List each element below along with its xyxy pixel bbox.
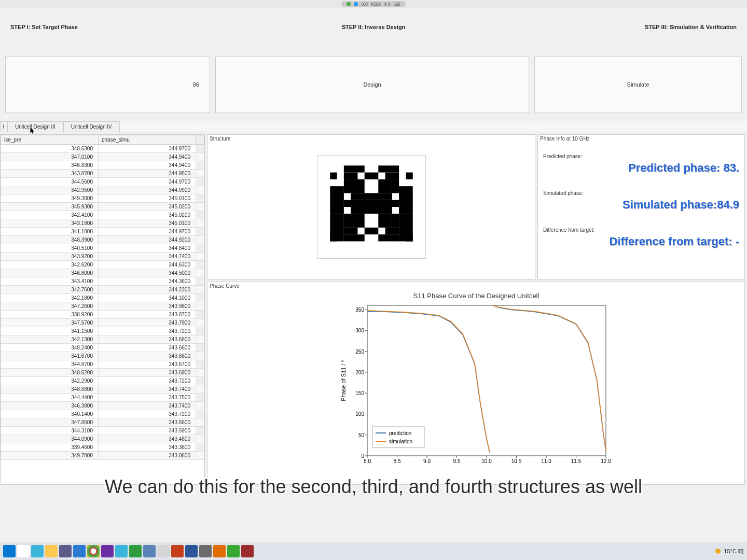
cell-phase-pre: 344.0900 (1, 435, 99, 443)
svg-rect-1 (330, 173, 337, 179)
cell-phase-pre: 347.2600 (1, 302, 99, 311)
cell-scroll-gutter (196, 452, 204, 460)
svg-rect-17 (351, 214, 365, 228)
perf-net: 0.0 (361, 2, 368, 7)
table-row[interactable]: 342.7600344.2300 (1, 286, 204, 294)
table-row[interactable]: 340.1400343.7200 (1, 410, 204, 418)
notes-icon[interactable] (157, 545, 170, 557)
word-icon[interactable] (185, 545, 198, 557)
predicted-label: Predicted phase: (543, 153, 739, 159)
cell-phase-pre: 342.1300 (1, 335, 99, 344)
edge-icon[interactable] (31, 545, 44, 557)
cell-phase-pre: 344.3100 (1, 427, 99, 435)
cell-phase-simu: 344.2300 (99, 286, 196, 294)
table-row[interactable]: 342.9500344.9900 (1, 186, 204, 194)
table-row[interactable]: 343.9200344.7400 (1, 253, 204, 261)
table-row[interactable]: 346.3800343.7400 (1, 402, 204, 410)
step-2-label: STEP II: Inverse Design (253, 24, 495, 30)
table-row[interactable]: 346.8300344.9400 (1, 161, 204, 170)
table-row[interactable]: 339.4600343.3600 (1, 443, 204, 452)
table-row[interactable]: 342.6200344.6300 (1, 261, 204, 269)
taskview-icon[interactable] (17, 545, 30, 557)
table-row[interactable]: 348.2400343.6600 (1, 344, 204, 352)
cell-phase-pre: 348.6300 (1, 145, 99, 153)
start-icon[interactable] (3, 545, 16, 557)
cell-scroll-gutter (196, 186, 204, 194)
svg-rect-11 (392, 179, 398, 193)
simulated-value: Simulated phase:84.9 (543, 198, 739, 212)
data-table-panel: ise_pre phase_simu 348.6300344.9700347.0… (0, 134, 205, 485)
table-row[interactable]: 340.5100344.8400 (1, 244, 204, 253)
table-row[interactable]: 349.3000345.0100 (1, 194, 204, 203)
tab-unitcell-i[interactable]: I (0, 121, 7, 132)
powerpoint-icon[interactable] (171, 545, 184, 557)
cell-phase-simu: 345.0200 (99, 203, 196, 211)
table-row[interactable]: 342.4100345.0200 (1, 211, 204, 219)
svg-rect-6 (385, 173, 399, 179)
cell-scroll-gutter (196, 410, 204, 418)
design-button[interactable]: Design (215, 56, 529, 113)
store-icon[interactable] (59, 545, 72, 557)
table-row[interactable]: 348.6300344.9700 (1, 145, 204, 153)
taskbar-right[interactable]: 15°C 晴 (715, 548, 744, 555)
table-row[interactable]: 347.8600343.6600 (1, 418, 204, 427)
data-table: ise_pre phase_simu 348.6300344.9700347.0… (1, 135, 204, 460)
table-row[interactable]: 344.5600344.9700 (1, 178, 204, 186)
app-m-icon[interactable] (199, 545, 212, 557)
phase-info-label: Phase Info at 10 GHz (540, 136, 590, 142)
table-row[interactable]: 347.0100344.9400 (1, 153, 204, 161)
cell-phase-pre: 342.2900 (1, 377, 99, 385)
table-row[interactable]: 344.0900343.4800 (1, 435, 204, 443)
table-row[interactable]: 347.5700343.7900 (1, 319, 204, 327)
matlab-icon[interactable] (213, 545, 226, 557)
cell-phase-pre: 342.9500 (1, 186, 99, 194)
pycharm-icon[interactable] (129, 545, 142, 557)
app-g-icon[interactable] (101, 545, 114, 557)
explorer-icon[interactable] (45, 545, 58, 557)
browser2-icon[interactable] (115, 545, 128, 557)
table-row[interactable]: 341.6700343.6600 (1, 352, 204, 360)
data-table-scroll[interactable]: ise_pre phase_simu 348.6300344.9700347.0… (1, 135, 204, 484)
cell-phase-pre: 348.6800 (1, 385, 99, 394)
cell-scroll-gutter (196, 335, 204, 344)
svg-text:8.0: 8.0 (364, 458, 371, 464)
cell-phase-simu: 345.0100 (99, 194, 196, 203)
table-row[interactable]: 344.3100343.5900 (1, 427, 204, 435)
table-row[interactable]: 344.8700343.6700 (1, 360, 204, 369)
table-row[interactable]: 343.1800345.0100 (1, 219, 204, 228)
tab-unitcell-iii[interactable]: Unitcell Design III (7, 121, 63, 132)
table-row[interactable]: 342.1300343.6800 (1, 335, 204, 344)
table-row[interactable]: 343.4100344.3600 (1, 277, 204, 286)
table-row[interactable]: 345.9300345.0200 (1, 203, 204, 211)
table-row[interactable]: 344.4400343.7500 (1, 394, 204, 402)
cell-phase-pre: 342.6200 (1, 261, 99, 269)
svg-text:prediction: prediction (389, 430, 411, 436)
taskbar[interactable]: 15°C 晴 (0, 542, 747, 560)
table-row[interactable]: 349.7800343.0600 (1, 452, 204, 460)
tab-unitcell-iv[interactable]: Unitcell Design IV (63, 121, 120, 132)
cell-scroll-gutter (196, 294, 204, 302)
table-row[interactable]: 347.2600343.9800 (1, 302, 204, 311)
cell-scroll-gutter (196, 385, 204, 394)
cell-scroll-gutter (196, 352, 204, 360)
wechat-icon[interactable] (227, 545, 240, 557)
chrome-icon[interactable] (87, 545, 100, 557)
table-row[interactable]: 348.6200343.6900 (1, 369, 204, 377)
table-row[interactable]: 342.2900343.7200 (1, 377, 204, 385)
table-row[interactable]: 343.8700344.9500 (1, 170, 204, 178)
col-phase-simu[interactable]: phase_simu (99, 135, 196, 145)
target-phase-input[interactable]: 86 (5, 56, 210, 113)
table-row[interactable]: 342.1800344.1000 (1, 294, 204, 302)
table-row[interactable]: 341.1800344.9700 (1, 228, 204, 236)
cell-phase-simu: 343.6900 (99, 369, 196, 377)
table-row[interactable]: 348.6800343.7400 (1, 385, 204, 394)
table-row[interactable]: 341.1500343.7200 (1, 327, 204, 335)
recorder-icon[interactable] (241, 545, 254, 557)
col-phase-pre[interactable]: ise_pre (1, 135, 99, 145)
services-icon[interactable] (143, 545, 156, 557)
table-row[interactable]: 348.3900344.9200 (1, 236, 204, 244)
mail-icon[interactable] (73, 545, 86, 557)
simulate-button[interactable]: Simulate (534, 56, 742, 113)
table-row[interactable]: 346.8000344.5000 (1, 269, 204, 277)
table-row[interactable]: 338.9200343.8700 (1, 311, 204, 319)
